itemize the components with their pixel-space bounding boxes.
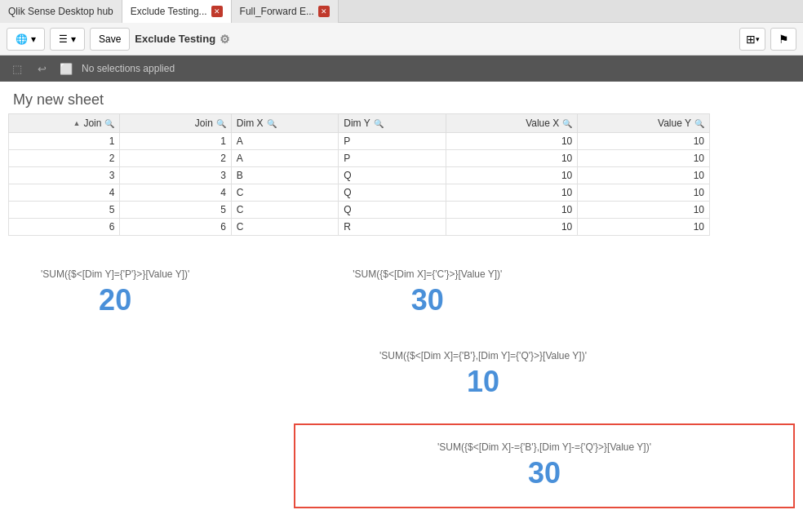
cell-dimy: P [339,133,446,150]
col-valuey-search-icon[interactable]: 🔍 [694,119,704,128]
monitor-button[interactable]: ⊞ ▾ [739,28,765,51]
cell-join1: 4 [9,184,120,202]
metric-box-3: 'SUM({$<[Dim X]={'B'},[Dim Y]={'Q'}>}[Va… [347,334,619,415]
table-row: 4 4 C Q 10 10 [9,184,710,202]
table-row: 6 6 C R 10 10 [9,219,710,236]
bookmark-button[interactable]: ⚑ [770,28,796,51]
metric-1-label: 'SUM({$<[Dim Y]={'P'}>}[Value Y])' [41,268,189,280]
table-row: 1 1 A P 10 10 [9,133,710,150]
cell-valuex: 10 [446,202,578,219]
nav-back-arrow: ▾ [31,33,36,45]
tab-exclude-close[interactable]: ✕ [211,6,223,17]
nav-menu-button[interactable]: ☰ ▾ [50,28,85,51]
cell-dimy: P [339,150,446,167]
cell-join1: 5 [9,202,120,219]
sel-forward-icon[interactable]: ↩ [33,60,51,78]
monitor-arrow: ▾ [756,35,760,43]
sheet-title: My new sheet [0,82,803,113]
clear-icon: ⬜ [60,63,73,75]
menu-icon: ☰ [59,33,68,45]
cell-dimx: C [231,184,338,202]
col-valuey-label: Value Y [658,117,691,129]
tab-forward-close[interactable]: ✕ [318,6,330,17]
main-content: ▲ Join 🔍 Join 🔍 Dim X 🔍 [0,113,803,525]
tab-exclude-label: Exclude Testing... [131,6,207,17]
metric-3-label: 'SUM({$<[Dim X]={'B'},[Dim Y]={'Q'}>}[Va… [379,350,587,361]
col-dimy-header: Dim Y 🔍 [339,114,446,133]
monitor-icon: ⊞ [746,33,756,46]
metrics-row1: 'SUM({$<[Dim Y]={'P'}>}[Value Y])' 20 'S… [8,252,795,334]
cell-join2: 3 [120,167,231,184]
tab-hub[interactable]: Qlik Sense Desktop hub [0,0,122,23]
cell-valuey: 10 [578,202,710,219]
save-label: Save [99,33,121,45]
cell-join2: 4 [120,184,231,202]
tab-forward[interactable]: Full_Forward E... ✕ [232,0,339,23]
col-join2-label: Join [195,117,213,129]
cell-join2: 2 [120,150,231,167]
table-row: 5 5 C Q 10 10 [9,202,710,219]
metric-box-1: 'SUM({$<[Dim Y]={'P'}>}[Value Y])' 20 [8,252,222,334]
highlighted-metric-label: 'SUM({$<[Dim X]-={'B'},[Dim Y]-={'Q'}>}[… [437,441,651,453]
nav-back-button[interactable]: 🌐 ▾ [7,28,45,51]
col-dimx-header: Dim X 🔍 [231,114,338,133]
tab-bar: Qlik Sense Desktop hub Exclude Testing..… [0,0,803,23]
col-join1-search-icon[interactable]: 🔍 [104,119,114,128]
cell-dimy: Q [339,202,446,219]
metrics-row2: 'SUM({$<[Dim X]={'B'},[Dim Y]={'Q'}>}[Va… [171,334,795,415]
col-dimy-search-icon[interactable]: 🔍 [374,119,384,128]
cell-join1: 6 [9,219,120,236]
cell-dimx: C [231,202,338,219]
col-valuex-search-icon[interactable]: 🔍 [562,119,572,128]
cell-valuex: 10 [446,219,578,236]
col-dimx-search-icon[interactable]: 🔍 [267,119,277,128]
cell-join1: 1 [9,133,120,150]
highlighted-metric-value: 30 [528,456,561,490]
table-row: 2 2 A P 10 10 [9,150,710,167]
col-join2-search-icon[interactable]: 🔍 [216,119,226,128]
sel-clear-icon[interactable]: ⬜ [57,60,75,78]
cell-dimy: Q [339,184,446,202]
sel-back-icon[interactable]: ⬚ [8,60,26,78]
col-dimx-label: Dim X [237,117,264,129]
app-title: Exclude Testing [135,33,215,45]
cell-valuey: 10 [578,150,710,167]
tab-forward-label: Full_Forward E... [240,6,314,17]
globe-icon: 🌐 [16,33,28,45]
metric-2-value: 30 [411,283,444,317]
cell-dimx: A [231,133,338,150]
cell-valuey: 10 [578,167,710,184]
cell-valuey: 10 [578,133,710,150]
highlighted-metric-box: 'SUM({$<[Dim X]-={'B'},[Dim Y]-={'Q'}>}[… [294,423,795,508]
cell-valuex: 10 [446,150,578,167]
save-button[interactable]: Save [90,28,130,51]
cell-dimy: R [339,219,446,236]
toolbar-right: ⊞ ▾ ⚑ [739,28,796,51]
cell-valuex: 10 [446,133,578,150]
col-valuex-header: Value X 🔍 [446,114,578,133]
cell-join2: 6 [120,219,231,236]
cloud-sync-icon: ⚙ [220,33,230,46]
metric-1-value: 20 [99,283,131,317]
cell-dimy: Q [339,167,446,184]
data-table: ▲ Join 🔍 Join 🔍 Dim X 🔍 [8,113,710,236]
table-row: 3 3 B Q 10 10 [9,167,710,184]
back-arrow-icon: ⬚ [12,63,22,75]
cell-join2: 5 [120,202,231,219]
col-valuex-label: Value X [526,117,559,129]
bookmark-icon: ⚑ [779,33,789,46]
metric-2-label: 'SUM({$<[Dim X]={'C'}>}[Value Y])' [353,268,502,280]
cell-join1: 3 [9,167,120,184]
tab-exclude[interactable]: Exclude Testing... ✕ [122,0,232,23]
cell-valuex: 10 [446,184,578,202]
col-join2-header: Join 🔍 [120,114,231,133]
cell-join1: 2 [9,150,120,167]
cell-join2: 1 [120,133,231,150]
cell-dimx: B [231,167,338,184]
col-valuey-header: Value Y 🔍 [578,114,710,133]
col-join1-header: ▲ Join 🔍 [9,114,120,133]
cell-valuey: 10 [578,219,710,236]
forward-arrow-icon: ↩ [38,63,47,75]
cell-valuey: 10 [578,184,710,202]
selection-bar-text: No selections applied [82,63,175,74]
